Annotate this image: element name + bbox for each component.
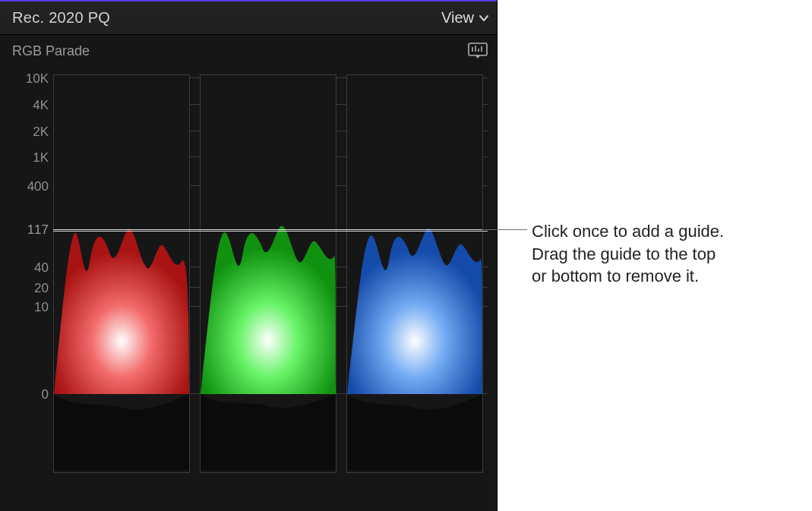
y-tick-label: 400 (12, 179, 49, 194)
scope-topbar: Rec. 2020 PQ View (0, 0, 497, 35)
y-tick-label: 1K (12, 150, 49, 166)
chevron-down-icon (479, 13, 489, 24)
scope-subtitle-row: RGB Parade (0, 35, 497, 67)
rgb-parade-chart: 10K 4K 2K 1K 400 117 40 20 10 0 (12, 67, 488, 499)
y-tick-label: 4K (12, 98, 49, 113)
callout-text-line: or bottom to remove it. (532, 265, 790, 288)
y-tick-label: 10K (12, 71, 49, 87)
view-menu-label: View (441, 9, 474, 27)
svg-rect-0 (469, 43, 487, 55)
callout-text-line: Click once to add a guide. (532, 220, 790, 243)
y-tick-label: 2K (12, 125, 49, 140)
callout-leader-line (482, 229, 527, 230)
annotation-callout: Click once to add a guide. Drag the guid… (532, 220, 790, 288)
y-tick-label: 40 (12, 260, 49, 276)
view-menu[interactable]: View (441, 2, 489, 34)
color-space-label: Rec. 2020 PQ (0, 9, 110, 27)
channel-red: Red (53, 74, 190, 473)
guide-line[interactable] (53, 229, 488, 230)
channel-green: Green (200, 74, 336, 473)
guide-line-shadow (53, 231, 488, 232)
scope-plot-area[interactable]: Red (53, 74, 488, 473)
video-scope-panel: Rec. 2020 PQ View RGB Parade (0, 0, 498, 511)
scope-type-label: RGB Parade (0, 43, 90, 59)
guide-value-label: 117 (12, 222, 49, 238)
y-tick-label: 0 (12, 387, 49, 402)
y-tick-label: 20 (12, 281, 49, 296)
callout-text-line: Drag the guide to the top (532, 243, 790, 266)
scope-settings-icon[interactable] (468, 43, 488, 59)
channel-blue: Blue (346, 74, 483, 473)
y-tick-label: 10 (12, 300, 49, 315)
